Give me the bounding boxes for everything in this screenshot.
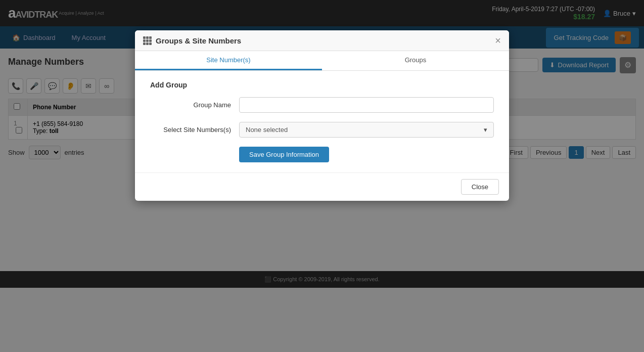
tab-site-numbers[interactable]: Site Number(s): [135, 51, 322, 70]
grid-icon: [143, 36, 152, 45]
site-numbers-multiselect[interactable]: None selected ▾: [239, 122, 494, 138]
group-name-row: Group Name: [150, 97, 494, 113]
group-name-label: Group Name: [150, 101, 231, 109]
modal-title-text: Groups & Site Numbers: [156, 36, 241, 45]
save-row: Save Group Information: [150, 147, 494, 162]
modal-close-x-button[interactable]: ×: [495, 35, 501, 46]
save-btn-label: Save Group Information: [249, 151, 319, 158]
select-numbers-row: Select Site Numbers(s) None selected ▾: [150, 122, 494, 138]
tab-groups[interactable]: Groups: [322, 51, 509, 70]
select-numbers-label: Select Site Numbers(s): [150, 126, 231, 134]
modal-footer: Close: [135, 172, 509, 201]
tab-groups-label: Groups: [405, 56, 427, 64]
modal-title: Groups & Site Numbers: [143, 36, 241, 45]
modal-body: Add Group Group Name Select Site Numbers…: [135, 71, 509, 172]
group-name-input[interactable]: [239, 97, 494, 113]
multiselect-placeholder: None selected: [246, 126, 288, 134]
modal-tabs: Site Number(s) Groups: [135, 51, 509, 71]
modal-overlay[interactable]: Groups & Site Numbers × Site Number(s) G…: [0, 0, 644, 288]
close-modal-button[interactable]: Close: [461, 179, 499, 195]
add-group-title: Add Group: [150, 81, 494, 89]
modal-dialog: Groups & Site Numbers × Site Number(s) G…: [135, 30, 509, 201]
modal-header: Groups & Site Numbers ×: [135, 30, 509, 51]
tab-site-numbers-label: Site Number(s): [206, 56, 250, 64]
multiselect-arrow: ▾: [484, 126, 487, 134]
close-btn-label: Close: [472, 183, 488, 191]
save-group-button[interactable]: Save Group Information: [239, 147, 329, 162]
